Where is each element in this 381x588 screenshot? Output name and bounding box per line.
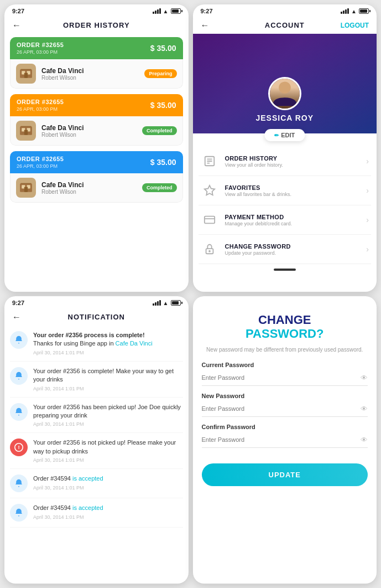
back-button-2[interactable]: ← [201, 20, 210, 30]
menu-text: FAVORITES View all favorites bar & drink… [225, 184, 360, 197]
order-header: ORDER #32655 26 APR, 03:00 PM $ 35.00 [10, 94, 183, 116]
order-card-1[interactable]: ORDER #32655 26 APR, 03:00 PM $ 35.00 Ca… [10, 94, 183, 146]
status-icons-3: ▲ [153, 300, 181, 306]
svg-point-15 [279, 81, 291, 94]
menu-text: PAYMENT METHOD Manage your debit/credit … [225, 214, 360, 226]
password-input-2[interactable] [202, 436, 357, 443]
back-button-1[interactable]: ← [12, 20, 21, 30]
notif-text: Your order #2356 has been picked up! Joe… [33, 404, 181, 419]
lock-icon [201, 240, 218, 258]
menu-item-lock[interactable]: CHANGE PASSWORD Update your password. › [199, 235, 372, 264]
field-label-1: New Password [202, 393, 368, 399]
status-time-2: 9:27 [201, 8, 213, 14]
notif-title: Order #34594 is accepted [33, 504, 103, 512]
notification-item-1: Your order #2356 is complete! Make your … [10, 362, 183, 398]
password-input-0[interactable] [202, 374, 357, 381]
battery-icon-3 [171, 300, 181, 306]
notif-title: Your order #2356 has been picked up! Joe… [33, 403, 183, 420]
signal-icon-1 [153, 8, 161, 14]
person-name: Robert Wilson [41, 75, 139, 81]
change-pw-subtitle: New password may be different from previ… [202, 345, 368, 354]
battery-icon-2 [359, 8, 369, 14]
notif-icon-blue [10, 331, 28, 349]
order-list: ORDER #32655 26 APR, 03:00 PM $ 35.00 Ca… [4, 34, 189, 292]
password-input-1[interactable] [202, 405, 357, 412]
notif-title: Order #34594 is accepted [33, 474, 103, 483]
account-screen: 9:27 ▲ ← ACCOUNT LOGOUT JESSICA ROY [193, 4, 377, 292]
chevron-right-icon: › [366, 215, 369, 224]
order-body: Cafe Da Vinci Robert Wilson Preparing [10, 59, 183, 89]
menu-title: PAYMENT METHOD [225, 214, 360, 220]
status-badge: Preparing [144, 69, 176, 78]
order-number: ORDER #32655 [17, 99, 64, 105]
menu-subtitle: View all favorites bar & drinks. [225, 192, 360, 197]
menu-title: FAVORITES [225, 184, 360, 191]
account-nav: ← ACCOUNT LOGOUT [193, 17, 377, 34]
logout-button[interactable]: LOGOUT [341, 22, 369, 29]
account-hero: JESSICA ROY ✏ EDIT [193, 34, 377, 133]
notif-icon-blue [10, 403, 28, 421]
avatar-image [270, 79, 300, 109]
order-price: $ 35.00 [150, 158, 176, 167]
payment-icon [201, 211, 218, 229]
svg-text:!: ! [18, 445, 19, 451]
menu-text: CHANGE PASSWORD Update your password. [225, 243, 360, 256]
cafe-thumbnail [16, 121, 36, 141]
update-button[interactable]: UPDATE [202, 463, 368, 486]
menu-subtitle: Update your password. [225, 250, 360, 256]
wifi-icon-3: ▲ [163, 300, 169, 306]
order-header: ORDER #32655 26 APR, 03:00 PM $ 35.00 [10, 151, 183, 173]
notif-text: Order #34594 is accepted [33, 475, 103, 482]
order-body: Cafe Da Vinci Robert Wilson Completed [10, 116, 183, 146]
notif-body: Order #34594 is accepted April 30, 2014 … [33, 504, 103, 519]
avatar [268, 77, 301, 110]
pencil-icon: ✏ [274, 132, 279, 138]
menu-text: ORDER HISTORY View your all order histor… [225, 155, 360, 168]
back-button-3[interactable]: ← [12, 312, 21, 322]
eye-icon-2[interactable]: 👁 [361, 436, 368, 444]
user-name: JESSICA ROY [255, 114, 314, 122]
edit-button[interactable]: ✏ EDIT [264, 129, 305, 141]
notif-body: Order #34594 is accepted April 30, 2014 … [33, 474, 103, 490]
wifi-icon-2: ▲ [351, 8, 357, 14]
svg-marker-21 [204, 185, 214, 195]
chevron-right-icon: › [366, 186, 369, 195]
change-pw-title: CHANGE PASSWORD? [202, 313, 368, 341]
order-history-screen: 9:27 ▲ ← ORDER HISTORY ORDER #32655 26 A… [4, 4, 189, 292]
account-menu: ORDER HISTORY View your all order histor… [193, 147, 377, 264]
menu-item-payment[interactable]: PAYMENT METHOD Manage your debit/credit … [199, 205, 372, 235]
notif-time: April 30, 2014 1:01 PM [33, 350, 153, 355]
notif-time: April 30, 2014 1:01 PM [33, 514, 103, 520]
menu-item-order[interactable]: ORDER HISTORY View your all order histor… [199, 147, 372, 176]
cafe-thumbnail [16, 178, 36, 198]
input-wrap-1: 👁 [202, 401, 368, 417]
cafe-name: Cafe Da Vinci [41, 67, 139, 75]
notif-icon-blue [10, 474, 28, 492]
notif-body: Your order #2356 has been picked up! Joe… [33, 403, 183, 427]
order-header: ORDER #32655 26 APR, 03:00 PM $ 35.00 [10, 37, 183, 59]
status-badge: Completed [142, 126, 177, 135]
order-price: $ 35.00 [150, 44, 176, 53]
eye-icon-1[interactable]: 👁 [361, 405, 368, 413]
menu-item-star[interactable]: FAVORITES View all favorites bar & drink… [199, 176, 372, 205]
signal-icon-2 [341, 8, 349, 14]
status-bar-2: 9:27 ▲ [193, 4, 377, 17]
home-indicator [274, 269, 296, 271]
menu-subtitle: View your all order history. [225, 162, 360, 168]
order-card-2[interactable]: ORDER #32655 26 APR, 03:00 PM $ 35.00 Ca… [10, 151, 183, 203]
order-card-0[interactable]: ORDER #32655 26 APR, 03:00 PM $ 35.00 Ca… [10, 37, 183, 89]
status-time-1: 9:27 [12, 8, 24, 14]
person-name: Robert Wilson [41, 189, 137, 195]
form-group-0: Current Password 👁 [202, 362, 368, 386]
password-fields: Current Password 👁 New Password 👁 Confir… [202, 362, 368, 448]
eye-icon-0[interactable]: 👁 [361, 374, 368, 382]
notif-body: Your order #2356 is complete! Make your … [33, 367, 183, 391]
nav-title-2: ACCOUNT [265, 21, 305, 29]
field-label-0: Current Password [202, 362, 368, 368]
nav-title-1: ORDER HISTORY [63, 21, 130, 29]
notification-item-3: ! Your order #2356 is not picked up! Ple… [10, 433, 183, 469]
svg-rect-14 [24, 187, 28, 192]
notif-title: Your order #2356 is not picked up! Pleas… [33, 439, 183, 456]
notification-item-4: Order #34594 is accepted April 30, 2014 … [10, 469, 183, 498]
notif-time: April 30, 2014 1:01 PM [33, 457, 183, 463]
